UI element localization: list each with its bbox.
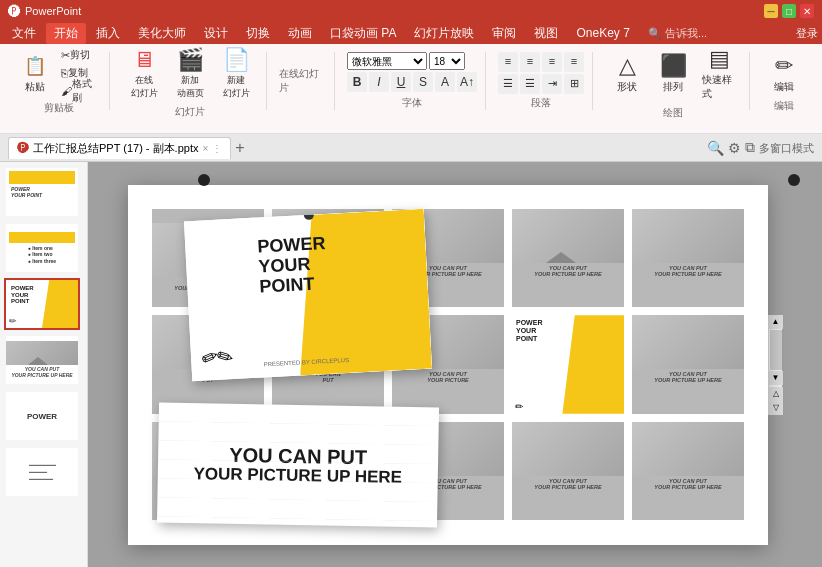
bullet-list-button[interactable]: ☰ <box>498 74 518 94</box>
login-button[interactable]: 登录 <box>796 26 818 41</box>
slide-2-text: ● Item one● Item two● Item three <box>28 245 56 264</box>
paste-label: 粘贴 <box>25 80 45 94</box>
tab-tools: 🔍 ⚙ ⧉ 多窗口模式 <box>707 139 814 156</box>
online-slides-button[interactable]: 🖥 在线幻灯片 <box>122 43 166 103</box>
edit-button[interactable]: ✏ 编辑 <box>762 49 806 97</box>
grid-power-point-title: POWERYOURPOINT <box>516 319 542 341</box>
grid-cell-1-5[interactable]: YOU CAN PUTYOUR PICTURE UP HERE <box>632 209 744 308</box>
quick-style-icon: ▤ <box>705 45 733 73</box>
align-right-button[interactable]: ≡ <box>542 52 562 72</box>
big-text-line1: YOU CAN PUT <box>229 443 367 467</box>
featured-slide: POWER YOUR POINT ✏ ✏ PRESENTED BY CIRCLE… <box>184 208 432 380</box>
slide-thumb-6[interactable]: ━━━━━━━━━━━━━━━━━━━━━━━ <box>4 446 80 498</box>
new-slide-icon: 📄 <box>222 46 250 74</box>
pencil-icon-2: ✏ <box>214 342 237 370</box>
menu-item-onekey[interactable]: OneKey 7 <box>568 24 637 42</box>
slides-buttons: 🖥 在线幻灯片 🎬 新加动画页 📄 新建幻灯片 <box>122 43 258 103</box>
slide-thumb-2[interactable]: ● Item one● Item two● Item three <box>4 222 80 274</box>
menu-item-insert[interactable]: 插入 <box>88 23 128 44</box>
bold-button[interactable]: B <box>347 72 367 92</box>
slide-3-pencil-icon: ✏ <box>9 316 17 326</box>
grid-caption-2-3: YOU CAN PUTYOUR PICTURE <box>392 369 504 385</box>
settings-tab-button[interactable]: ⚙ <box>728 139 741 156</box>
indent-button[interactable]: ⇥ <box>542 74 562 94</box>
copy-icon: ⎘ <box>61 67 68 79</box>
slide-thumb-5[interactable]: POWER <box>4 390 80 442</box>
grid-cell-3-4[interactable]: YOU CAN PUTYOUR PICTURE UP HERE <box>512 422 624 521</box>
numbered-list-button[interactable]: ☰ <box>520 74 540 94</box>
scroll-extra-down[interactable]: ▽ <box>769 401 783 415</box>
tab-close-button[interactable]: × <box>202 143 208 154</box>
slide-thumb-1-content: POWERYOUR POINT <box>6 168 78 216</box>
file-tab[interactable]: 🅟 工作汇报总结PPT (17) - 副本.pptx × ⋮ <box>8 137 231 159</box>
scroll-up-button[interactable]: ▲ <box>769 315 783 329</box>
slide-thumb-1[interactable]: POWERYOUR POINT <box>4 166 80 218</box>
file-tab-name: 工作汇报总结PPT (17) - 副本.pptx <box>33 141 198 156</box>
arrange-label: 排列 <box>663 80 683 94</box>
slide-3-title: POWERYOURPOINT <box>11 285 34 304</box>
menu-item-file[interactable]: 文件 <box>4 23 44 44</box>
underline-button[interactable]: U <box>391 72 411 92</box>
close-button[interactable]: ✕ <box>800 4 814 18</box>
paragraph-label: 段落 <box>531 96 551 110</box>
format-painter-label: 格式刷 <box>72 77 96 105</box>
increase-font-button[interactable]: A↑ <box>457 72 477 92</box>
paste-button[interactable]: 📋 粘贴 <box>16 49 54 97</box>
font-label: 字体 <box>402 96 422 110</box>
align-left-button[interactable]: ≡ <box>498 52 518 72</box>
multiwindow-label: 多窗口模式 <box>759 142 814 154</box>
menu-item-start[interactable]: 开始 <box>46 23 86 44</box>
justify-button[interactable]: ≡ <box>564 52 584 72</box>
shapes-button[interactable]: △ 形状 <box>605 49 649 97</box>
drawing-label: 绘图 <box>663 106 683 120</box>
slide-thumb-5-content: POWER <box>6 392 78 440</box>
menu-item-transition[interactable]: 切换 <box>238 23 278 44</box>
scroll-down-button[interactable]: ▼ <box>769 371 783 385</box>
new-animation-button[interactable]: 🎬 新加动画页 <box>168 43 212 103</box>
menu-item-review[interactable]: 审阅 <box>484 23 524 44</box>
multiwindow-button[interactable]: ⧉ 多窗口模式 <box>745 139 814 156</box>
menu-item-animation[interactable]: 动画 <box>280 23 320 44</box>
cut-label: 剪切 <box>70 48 90 62</box>
new-animation-label: 新加动画页 <box>177 74 204 100</box>
format-painter-button[interactable]: 🖌 格式刷 <box>56 83 101 99</box>
font-name-select[interactable]: 微软雅黑 <box>347 52 427 70</box>
columns-button[interactable]: ⊞ <box>564 74 584 94</box>
title-bar: 🅟 PowerPoint ─ □ ✕ <box>0 0 822 22</box>
menu-item-search[interactable]: 🔍 告诉我... <box>640 24 715 43</box>
grid-cell-3-5[interactable]: YOU CAN PUTYOUR PICTURE UP HERE <box>632 422 744 521</box>
grid-cell-2-4[interactable]: POWERYOURPOINT ✏ <box>512 315 624 414</box>
search-tab-button[interactable]: 🔍 <box>707 139 724 156</box>
maximize-button[interactable]: □ <box>782 4 796 18</box>
app-logo: 🅟 <box>8 4 21 19</box>
arrange-button[interactable]: ⬛ 排列 <box>651 49 695 97</box>
strikethrough-button[interactable]: S <box>413 72 433 92</box>
ribbon-group-font: 微软雅黑 18 B I U S A A↑ 字体 <box>339 52 486 110</box>
minimize-button[interactable]: ─ <box>764 4 778 18</box>
cut-button[interactable]: ✂ 剪切 <box>56 47 101 63</box>
italic-button[interactable]: I <box>369 72 389 92</box>
slide-thumb-3[interactable]: POWERYOURPOINT ✏ <box>4 278 80 330</box>
add-tab-button[interactable]: + <box>235 139 244 157</box>
font-color-button[interactable]: A <box>435 72 455 92</box>
grid-cell-2-5[interactable]: YOU CAN PUTYOUR PICTURE UP HERE <box>632 315 744 414</box>
new-slide-button[interactable]: 📄 新建幻灯片 <box>214 43 258 103</box>
scroll-extra-up[interactable]: △ <box>769 387 783 401</box>
menu-item-slideshow[interactable]: 幻灯片放映 <box>406 23 482 44</box>
slide-thumb-4[interactable]: YOU CAN PUTYOUR PICTURE UP HERE <box>4 334 80 386</box>
pin-top-right <box>788 174 800 186</box>
right-scrollbar: ▲ ▼ △ ▽ <box>768 315 782 415</box>
align-center-button[interactable]: ≡ <box>520 52 540 72</box>
menu-item-pocket-animation[interactable]: 口袋动画 PA <box>322 23 404 44</box>
menu-item-view[interactable]: 视图 <box>526 23 566 44</box>
menu-item-design[interactable]: 设计 <box>196 23 236 44</box>
font-size-select[interactable]: 18 <box>429 52 465 70</box>
ribbon-content: 📋 粘贴 ✂ 剪切 ⎘ 复制 🖌 格式刷 <box>0 48 822 114</box>
quick-style-button[interactable]: ▤ 快速样式 <box>697 42 741 104</box>
paste-icon: 📋 <box>21 52 49 80</box>
clipboard-buttons: 📋 粘贴 ✂ 剪切 ⎘ 复制 🖌 格式刷 <box>16 47 101 99</box>
grid-cell-1-4[interactable]: YOU CAN PUTYOUR PICTURE UP HERE <box>512 209 624 308</box>
slide-thumb-3-content: POWERYOURPOINT ✏ <box>6 280 78 328</box>
menu-item-beautify[interactable]: 美化大师 <box>130 23 194 44</box>
main-area: POWERYOUR POINT ● Item one● Item two● It… <box>0 162 822 567</box>
